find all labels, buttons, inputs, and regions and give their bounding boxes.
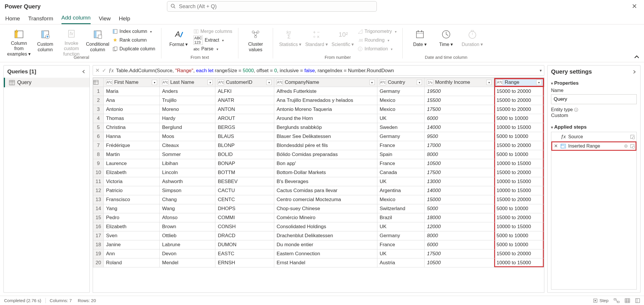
queries-item[interactable]: Query <box>4 78 89 87</box>
delete-step-icon[interactable]: ✕ <box>553 143 558 149</box>
cell[interactable]: 15000 to 20000 <box>494 195 544 204</box>
cell[interactable]: 10500 <box>425 159 494 168</box>
cell[interactable]: Berglund <box>160 123 215 132</box>
cell[interactable]: 10000 to 15000 <box>494 177 544 186</box>
filter-icon[interactable]: ▾ <box>207 80 213 85</box>
row-number[interactable]: 1 <box>93 87 104 96</box>
row-number[interactable]: 12 <box>93 186 104 195</box>
cell[interactable]: 10500 <box>425 258 494 267</box>
formula-bar[interactable]: ✕ ✓ ƒx Table.AddColumn(Source, "Range", … <box>93 65 544 76</box>
cell[interactable]: Simpson <box>160 186 215 195</box>
row-number[interactable]: 9 <box>93 159 104 168</box>
row-number[interactable]: 15 <box>93 213 104 222</box>
cell[interactable]: Sommer <box>160 150 215 159</box>
step-nav[interactable]: Step <box>593 298 608 303</box>
cell[interactable]: Blondesddsl pére et fils <box>274 141 377 150</box>
cell[interactable]: 15000 to 20000 <box>494 105 544 114</box>
column-header[interactable]: AᴮcCustomerID▾ <box>215 78 274 87</box>
row-number[interactable]: 11 <box>93 177 104 186</box>
parse-button[interactable]: abcParse <box>192 45 234 53</box>
index-column-button[interactable]: Index column <box>111 27 157 36</box>
row-number[interactable]: 14 <box>93 204 104 213</box>
cell[interactable]: Labrune <box>160 240 215 249</box>
cell[interactable]: Centro comercial Moctezuma <box>274 195 377 204</box>
grid-corner[interactable] <box>93 78 104 87</box>
cell[interactable]: 5000 to 10000 <box>494 204 544 213</box>
cell[interactable]: Victoria <box>104 177 160 186</box>
type-icon[interactable]: Aᴮc <box>277 79 283 85</box>
cell[interactable]: Maria <box>104 87 160 96</box>
type-icon[interactable]: 1²₃ <box>427 79 433 85</box>
cell[interactable]: BLONP <box>215 141 274 150</box>
cell[interactable]: 13000 <box>425 177 494 186</box>
cell[interactable]: 17000 <box>425 141 494 150</box>
cell[interactable]: Spain <box>377 150 424 159</box>
cell[interactable]: Comércio Mineiro <box>274 213 377 222</box>
conditional-column-button[interactable]: Conditional column <box>85 27 111 54</box>
row-number[interactable]: 13 <box>93 195 104 204</box>
cell[interactable]: COMMI <box>215 213 274 222</box>
filter-icon[interactable]: ▾ <box>536 80 541 85</box>
time-button[interactable]: Time ▾ <box>433 27 459 54</box>
cell[interactable]: 10000 to 15000 <box>494 186 544 195</box>
filter-icon[interactable]: ▾ <box>417 80 422 85</box>
cell[interactable]: CONSH <box>215 222 274 231</box>
cancel-formula-icon[interactable]: ✕ <box>95 67 100 74</box>
row-number[interactable]: 3 <box>93 105 104 114</box>
cell[interactable]: Janine <box>104 240 160 249</box>
cell[interactable]: Brazil <box>377 213 424 222</box>
cell[interactable]: 5000 <box>425 204 494 213</box>
cell[interactable]: B's Beverages <box>274 177 377 186</box>
filter-icon[interactable]: ▾ <box>369 80 375 85</box>
cell[interactable]: Martin <box>104 150 160 159</box>
row-number[interactable]: 18 <box>93 240 104 249</box>
tab-home[interactable]: Home <box>5 15 20 24</box>
search-input[interactable] <box>167 1 377 12</box>
cell[interactable]: Chang <box>160 195 215 204</box>
rank-column-button[interactable]: Rank column <box>111 36 157 44</box>
cell[interactable]: 10000 to 15000 <box>494 123 544 132</box>
cell[interactable]: France <box>377 141 424 150</box>
schema-view-icon[interactable] <box>635 298 640 303</box>
custom-column-button[interactable]: Custom column <box>32 27 58 54</box>
cell[interactable]: 12000 <box>425 222 494 231</box>
tab-add-column[interactable]: Add column <box>61 15 91 24</box>
cell[interactable]: Citeaux <box>160 141 215 150</box>
cell[interactable]: Christina <box>104 123 160 132</box>
cell[interactable]: Ana <box>104 96 160 105</box>
cell[interactable]: 19500 <box>425 87 494 96</box>
cell[interactable]: 15000 to 20000 <box>494 96 544 105</box>
cell[interactable]: Bólido Comidas preparadas <box>274 150 377 159</box>
cell[interactable]: Berglunds snabbköp <box>274 123 377 132</box>
row-number[interactable]: 4 <box>93 114 104 123</box>
column-from-examples-button[interactable]: Column from examples ▾ <box>6 27 32 54</box>
filter-icon[interactable]: ▾ <box>266 80 272 85</box>
cell[interactable]: 8000 <box>425 150 494 159</box>
cell[interactable]: Germany <box>377 87 424 96</box>
cell[interactable]: Frédérique <box>104 141 160 150</box>
cell[interactable]: CENTC <box>215 195 274 204</box>
cell[interactable]: Libihan <box>160 159 215 168</box>
cell[interactable]: Ana Trujillo Emaredados y helados <box>274 96 377 105</box>
row-number[interactable]: 17 <box>93 231 104 240</box>
cell[interactable]: Mendel <box>160 258 215 267</box>
cell[interactable]: 5000 to 10000 <box>494 132 544 141</box>
cell[interactable]: 5000 to 10000 <box>494 240 544 249</box>
applied-steps-header[interactable]: Applied steps <box>551 124 637 130</box>
cell[interactable]: Bon app' <box>274 159 377 168</box>
close-button[interactable]: ✕ <box>629 1 639 11</box>
cell[interactable]: 9500 <box>425 132 494 141</box>
cell[interactable]: Ottlieb <box>160 231 215 240</box>
cell[interactable]: Chop-suey Chinese <box>274 204 377 213</box>
column-header[interactable]: AᴮcFirst Name▾ <box>104 78 160 87</box>
cell[interactable]: Moos <box>160 132 215 141</box>
queries-collapse-icon[interactable] <box>81 69 86 74</box>
cell[interactable]: 6000 <box>425 114 494 123</box>
step-action-icon[interactable] <box>630 144 635 148</box>
cluster-values-button[interactable]: Cluster values <box>242 27 269 54</box>
cell[interactable]: 10000 to 15000 <box>494 159 544 168</box>
cell[interactable]: Patricio <box>104 186 160 195</box>
cell[interactable]: Eastern Connection <box>274 249 377 258</box>
cell[interactable]: UK <box>377 177 424 186</box>
cell[interactable]: ERNSH <box>215 258 274 267</box>
